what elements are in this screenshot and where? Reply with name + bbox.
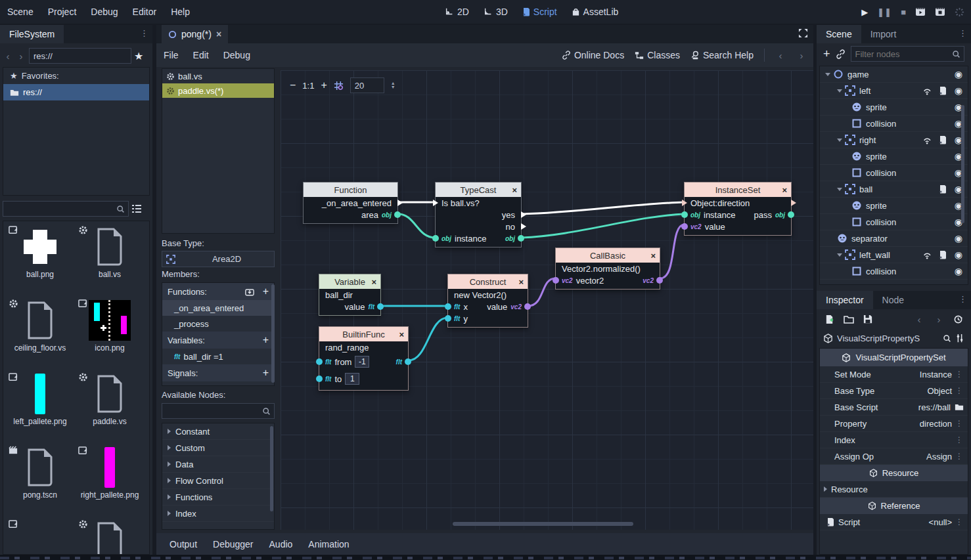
close-icon[interactable]: × bbox=[399, 330, 404, 339]
file-ball-vs[interactable]: ball.vs bbox=[77, 225, 143, 300]
tree-row-left[interactable]: left ◉ bbox=[820, 83, 968, 99]
prop-menu-icon[interactable]: ⋮ bbox=[955, 386, 963, 395]
tree-row-collision[interactable]: collision ◉ bbox=[820, 214, 968, 230]
vec2-in-port[interactable] bbox=[681, 223, 688, 230]
available-nodes-scrollbar[interactable] bbox=[270, 426, 273, 511]
close-icon[interactable]: × bbox=[512, 185, 517, 195]
tree-row-right[interactable]: right ◉ bbox=[820, 132, 968, 148]
node-header[interactable]: Construct× bbox=[448, 274, 528, 289]
function-item[interactable]: _on_area_entered bbox=[162, 300, 274, 316]
visibility-eye-icon[interactable]: ◉ bbox=[955, 249, 962, 260]
prop-assign-op[interactable]: Assign Op Assign ⋮ bbox=[820, 448, 968, 465]
file-icon-png[interactable]: icon.png bbox=[77, 299, 143, 374]
flt-in-port[interactable] bbox=[316, 376, 323, 382]
signal-icon[interactable] bbox=[923, 86, 932, 95]
visibility-eye-icon[interactable]: ◉ bbox=[955, 69, 962, 79]
category-resource[interactable]: Resource bbox=[820, 465, 968, 481]
menu-project[interactable]: Project bbox=[41, 7, 84, 17]
scene-tree-scrollbar[interactable] bbox=[961, 105, 964, 223]
close-icon[interactable]: × bbox=[216, 29, 221, 39]
prop-value[interactable]: res://ball bbox=[918, 402, 951, 412]
menu-script-debug[interactable]: Debug bbox=[216, 50, 258, 60]
tab-pong[interactable]: pong(*) × bbox=[162, 25, 228, 43]
category-functions[interactable]: Functions bbox=[162, 489, 274, 506]
exec-out-port[interactable] bbox=[521, 211, 526, 218]
node-header[interactable]: TypeCast× bbox=[436, 183, 521, 197]
filesystem-search-input[interactable] bbox=[3, 201, 129, 217]
script-item-paddle[interactable]: paddle.vs(*) bbox=[162, 83, 274, 98]
close-icon[interactable]: × bbox=[371, 277, 376, 287]
exec-out-port[interactable] bbox=[521, 223, 526, 230]
collapse-icon[interactable] bbox=[837, 139, 842, 142]
flt-out-port[interactable] bbox=[405, 358, 411, 365]
spin-arrows-icon[interactable]: ▲▼ bbox=[391, 81, 395, 89]
function-item[interactable]: _process bbox=[162, 316, 274, 332]
from-value-field[interactable]: -1 bbox=[355, 356, 369, 368]
classes-button[interactable]: Classes bbox=[635, 50, 680, 60]
filter-nodes-input[interactable] bbox=[851, 46, 964, 62]
prop-value[interactable]: direction bbox=[920, 419, 952, 429]
flt-in-port[interactable] bbox=[316, 358, 323, 365]
resource-fold-row[interactable]: Resource bbox=[820, 481, 968, 498]
nav-forward-icon[interactable]: › bbox=[16, 51, 26, 62]
file-partial[interactable] bbox=[7, 519, 73, 555]
script-icon[interactable] bbox=[939, 250, 947, 259]
add-signal-icon[interactable]: + bbox=[263, 367, 269, 379]
search-icon[interactable] bbox=[943, 334, 951, 343]
pause-button[interactable]: ❚❚ bbox=[877, 7, 892, 17]
tree-row-collision[interactable]: collision ◉ bbox=[820, 165, 968, 181]
node-header[interactable]: BuiltinFunc× bbox=[319, 327, 408, 341]
prop-menu-icon[interactable]: ⋮ bbox=[955, 370, 963, 379]
tree-row-sprite[interactable]: sprite ◉ bbox=[820, 99, 968, 116]
exec-in-port[interactable] bbox=[433, 200, 438, 206]
visibility-eye-icon[interactable]: ◉ bbox=[955, 266, 962, 276]
prop-base-script[interactable]: Base Script res://ball bbox=[820, 399, 968, 416]
file-paddle-vs[interactable]: paddle.vs bbox=[77, 372, 143, 447]
instance-link-icon[interactable] bbox=[836, 49, 846, 59]
vec2-out-port[interactable] bbox=[656, 277, 663, 284]
node-function[interactable]: Function _on_area_entered area obj bbox=[303, 182, 398, 224]
favorite-star-icon[interactable]: ★ bbox=[134, 50, 143, 62]
tree-row-sprite[interactable]: sprite ◉ bbox=[820, 198, 968, 214]
collapse-icon[interactable] bbox=[825, 73, 830, 76]
file-ball-png[interactable]: ball.png bbox=[7, 225, 73, 300]
tab-import[interactable]: Import bbox=[861, 25, 906, 43]
category-constant[interactable]: Constant bbox=[162, 423, 274, 440]
category-custom[interactable]: Custom bbox=[162, 440, 274, 456]
prop-index[interactable]: Index ⋮ bbox=[820, 432, 968, 448]
dock-options-icon[interactable]: ⋮ bbox=[959, 28, 967, 38]
tab-scene[interactable]: Scene bbox=[817, 25, 861, 43]
close-icon[interactable]: × bbox=[518, 277, 524, 287]
section-visualscriptpropertyset[interactable]: VisualScriptPropertySet bbox=[820, 349, 968, 366]
res-root-row[interactable]: res:// bbox=[3, 84, 149, 100]
tab-debugger[interactable]: Debugger bbox=[208, 539, 259, 549]
node-callbasic[interactable]: CallBasic× Vector2.normalized() vc2 vect… bbox=[555, 248, 660, 290]
snap-step-spinbox[interactable]: 20 bbox=[350, 77, 384, 93]
visibility-eye-icon[interactable]: ◉ bbox=[955, 85, 962, 96]
tab-output[interactable]: Output bbox=[164, 539, 202, 549]
add-node-icon[interactable]: + bbox=[823, 47, 830, 61]
collapse-icon[interactable] bbox=[837, 89, 842, 93]
available-nodes-search-input[interactable] bbox=[162, 403, 275, 419]
save-resource-icon[interactable] bbox=[863, 314, 872, 324]
tree-row-collision[interactable]: collision ◉ bbox=[820, 263, 968, 280]
history-icon[interactable] bbox=[953, 314, 963, 324]
stop-button[interactable]: ■ bbox=[901, 7, 906, 17]
snap-grid-icon[interactable] bbox=[334, 81, 344, 91]
prop-value[interactable]: Assign bbox=[926, 452, 952, 462]
category-flow-control[interactable]: Flow Control bbox=[162, 473, 274, 489]
category-index[interactable]: Index bbox=[162, 506, 274, 522]
script-back-icon[interactable]: ‹ bbox=[775, 50, 786, 61]
vec2-out-port[interactable] bbox=[524, 303, 531, 310]
exec-in-port[interactable] bbox=[682, 200, 687, 206]
tab-audio[interactable]: Audio bbox=[264, 539, 298, 549]
history-back-icon[interactable]: ‹ bbox=[914, 314, 924, 325]
file-right-pallete-png[interactable]: right_pallete.png bbox=[77, 446, 143, 521]
zoom-out-button[interactable]: − bbox=[290, 79, 296, 91]
favorites-row[interactable]: ★ Favorites: bbox=[3, 68, 149, 84]
mode-2d-button[interactable]: 2D bbox=[439, 0, 475, 24]
zoom-in-button[interactable]: + bbox=[321, 79, 327, 91]
menu-edit[interactable]: Edit bbox=[186, 50, 216, 60]
dock-options-icon[interactable]: ⋮ bbox=[140, 28, 148, 38]
node-header[interactable]: InstanceSet× bbox=[685, 183, 791, 197]
